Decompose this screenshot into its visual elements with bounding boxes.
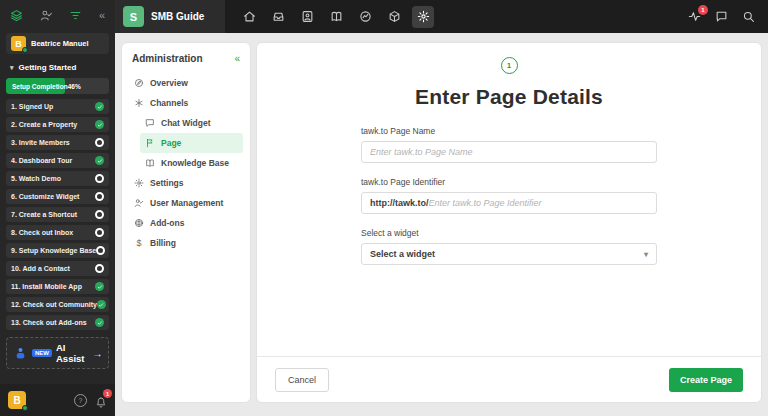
nav-knowledge-base[interactable] bbox=[325, 6, 347, 28]
admin-item-billing[interactable]: $ Billing bbox=[129, 233, 243, 253]
checklist-item[interactable]: 11. Install Mobile App bbox=[6, 279, 109, 294]
checklist-item[interactable]: 13. Check out Add-ons bbox=[6, 315, 109, 330]
monitoring-icon bbox=[359, 10, 372, 23]
help-icon[interactable]: ? bbox=[74, 394, 87, 407]
checklist-item[interactable]: 8. Check out Inbox bbox=[6, 225, 109, 240]
user-avatar: B bbox=[11, 36, 26, 51]
cancel-button[interactable]: Cancel bbox=[275, 368, 329, 392]
nav-home[interactable] bbox=[238, 6, 260, 28]
progress-label: Setup Completion bbox=[12, 83, 68, 90]
admin-item-overview[interactable]: Overview bbox=[129, 73, 243, 93]
new-badge: NEW bbox=[32, 349, 52, 357]
compass-icon bbox=[134, 78, 144, 88]
widget-select-value: Select a widget bbox=[370, 249, 435, 259]
admin-item-user-management[interactable]: User Management bbox=[129, 193, 243, 213]
check-status-icon bbox=[97, 300, 106, 309]
admin-item-page[interactable]: Page bbox=[140, 133, 243, 153]
page-name-input[interactable] bbox=[370, 147, 648, 157]
page-name-field: tawk.to Page Name bbox=[361, 126, 657, 163]
nav-administration[interactable] bbox=[412, 6, 434, 28]
admin-item-addons[interactable]: Add-ons bbox=[129, 213, 243, 233]
search-icon[interactable] bbox=[742, 10, 755, 23]
sidebar-footer: B ? 1 bbox=[0, 384, 115, 416]
page-identifier-field: tawk.to Page Identifier http://tawk.to/ bbox=[361, 177, 657, 214]
checklist-item[interactable]: 3. Invite Members bbox=[6, 135, 109, 150]
property-switcher[interactable]: S SMB Guide bbox=[115, 0, 225, 33]
checklist-item[interactable]: 10. Add a Contact bbox=[6, 261, 109, 276]
page-identifier-label: tawk.to Page Identifier bbox=[361, 177, 657, 187]
footer-avatar[interactable]: B bbox=[8, 391, 26, 409]
checklist-item[interactable]: 2. Create a Property bbox=[6, 117, 109, 132]
widget-select[interactable]: Select a widget ▾ bbox=[361, 243, 657, 265]
home-icon bbox=[243, 10, 256, 23]
check-status-icon bbox=[95, 264, 104, 273]
chevron-down-icon: ▾ bbox=[644, 250, 648, 259]
inbox-icon bbox=[272, 10, 285, 23]
url-prefix: http://tawk.to/ bbox=[370, 198, 429, 208]
check-status-icon bbox=[96, 246, 105, 255]
check-status-icon bbox=[95, 156, 104, 165]
page-name-label: tawk.to Page Name bbox=[361, 126, 657, 136]
widget-label: Select a widget bbox=[361, 228, 657, 238]
notification-count-badge: 1 bbox=[698, 5, 708, 15]
admin-item-settings[interactable]: Settings bbox=[129, 173, 243, 193]
check-status-icon bbox=[95, 192, 104, 201]
create-page-button[interactable]: Create Page bbox=[669, 368, 743, 392]
contacts-icon bbox=[301, 10, 314, 23]
gear-icon bbox=[134, 178, 144, 188]
page-details-form: tawk.to Page Name tawk.to Page Identifie… bbox=[361, 126, 657, 265]
page-title: Enter Page Details bbox=[257, 85, 761, 109]
cube-icon bbox=[388, 10, 401, 23]
checklist-item[interactable]: 5. Watch Demo bbox=[6, 171, 109, 186]
person-check-icon bbox=[134, 198, 144, 208]
asterisk-icon bbox=[134, 98, 144, 108]
getting-started-title: Getting Started bbox=[19, 63, 77, 72]
property-layers-icon[interactable] bbox=[10, 9, 23, 22]
check-status-icon bbox=[95, 120, 104, 129]
top-navigation-bar: S SMB Guide 1 bbox=[115, 0, 768, 33]
ai-assist-banner[interactable]: NEW AI Assist → bbox=[6, 337, 109, 369]
checklist-item[interactable]: 7. Create a Shortcut bbox=[6, 207, 109, 222]
check-status-icon bbox=[95, 102, 104, 111]
robot-icon bbox=[13, 346, 28, 361]
page-identifier-input[interactable] bbox=[429, 198, 649, 208]
setup-progress-bar: Setup Completion 46% bbox=[6, 78, 109, 94]
ai-assist-label: AI Assist bbox=[56, 342, 85, 364]
user-name: Beatrice Manuel bbox=[31, 39, 89, 48]
check-status-icon bbox=[95, 228, 104, 237]
flag-icon bbox=[145, 138, 155, 148]
property-logo: S bbox=[123, 6, 144, 27]
widget-field: Select a widget Select a widget ▾ bbox=[361, 228, 657, 265]
form-footer: Cancel Create Page bbox=[257, 356, 761, 402]
online-status-dot bbox=[22, 405, 28, 411]
admin-item-knowledge-base[interactable]: Knowledge Base bbox=[140, 153, 243, 173]
nav-contacts[interactable] bbox=[296, 6, 318, 28]
panel-collapse-icon[interactable]: « bbox=[234, 54, 240, 64]
agents-person-check-icon[interactable] bbox=[40, 9, 53, 22]
checklist-item[interactable]: 6. Customize Widget bbox=[6, 189, 109, 204]
step-indicator: 1 bbox=[501, 57, 518, 74]
progress-percent: 46% bbox=[68, 83, 81, 90]
current-user-row[interactable]: B Beatrice Manuel bbox=[6, 33, 109, 54]
nav-monitoring[interactable] bbox=[354, 6, 376, 28]
sidebar-collapse-icon[interactable]: « bbox=[99, 10, 105, 21]
activity-pulse-icon[interactable]: 1 bbox=[688, 10, 701, 23]
notifications-bell-icon[interactable]: 1 bbox=[95, 394, 107, 406]
checklist-item[interactable]: 12. Check out Community bbox=[6, 297, 109, 312]
check-status-icon bbox=[95, 318, 104, 327]
checklist-item[interactable]: 9. Setup Knowledge Base bbox=[6, 243, 109, 258]
property-name: SMB Guide bbox=[151, 11, 204, 22]
nav-inbox[interactable] bbox=[267, 6, 289, 28]
checklist-item[interactable]: 4. Dashboard Tour bbox=[6, 153, 109, 168]
chat-bubble-icon bbox=[145, 118, 155, 128]
bell-badge: 1 bbox=[103, 389, 112, 398]
admin-item-chat-widget[interactable]: Chat Widget bbox=[140, 113, 243, 133]
filter-icon[interactable] bbox=[69, 9, 82, 22]
checklist-item[interactable]: 1. Signed Up bbox=[6, 99, 109, 114]
admin-panel-title: Administration bbox=[132, 53, 203, 64]
admin-item-channels[interactable]: Channels bbox=[129, 93, 243, 113]
getting-started-header[interactable]: ▾ Getting Started bbox=[0, 54, 115, 77]
chat-messages-icon[interactable] bbox=[715, 10, 728, 23]
nav-addons[interactable] bbox=[383, 6, 405, 28]
caret-down-icon: ▾ bbox=[10, 64, 14, 72]
